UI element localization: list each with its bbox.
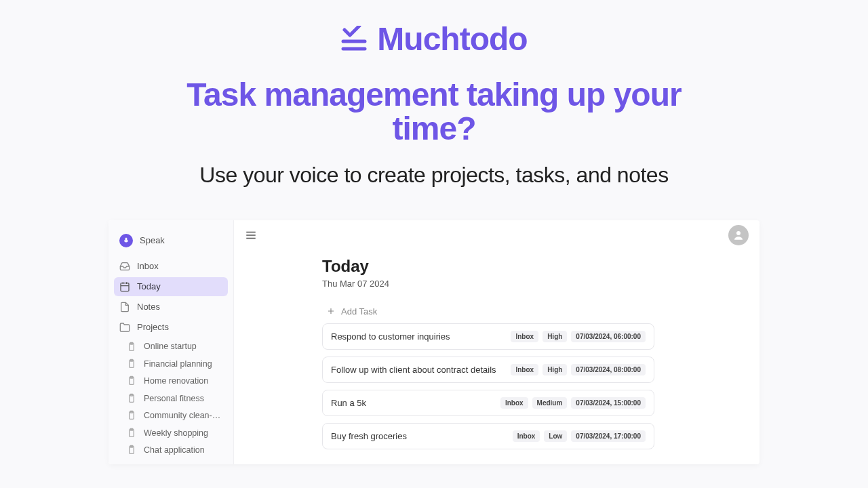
task-title: Follow up with client about contract det… <box>331 365 496 375</box>
task-list-tag: Inbox <box>500 397 528 409</box>
add-task-label: Add Task <box>341 306 377 317</box>
mic-icon <box>119 234 133 247</box>
sidebar-item-today[interactable]: Today <box>114 277 228 296</box>
sidebar: Speak Inbox Today Notes Projects Online … <box>108 220 234 464</box>
hero-headline: Task management taking up your time? <box>186 78 681 146</box>
sidebar-item-label: Projects <box>137 322 169 332</box>
add-task-button[interactable]: Add Task <box>322 306 760 317</box>
inbox-icon <box>119 261 130 272</box>
svg-rect-2 <box>125 238 127 241</box>
project-item[interactable]: Chat application <box>114 441 228 458</box>
task-priority-tag: Medium <box>532 397 568 409</box>
task-row[interactable]: Buy fresh groceries Inbox Low 07/03/2024… <box>322 423 654 449</box>
app-preview: Speak Inbox Today Notes Projects Online … <box>108 220 760 464</box>
page-title: Today <box>322 257 760 276</box>
svg-point-24 <box>736 231 741 235</box>
speak-button[interactable]: Speak <box>114 230 228 251</box>
sidebar-item-label: Notes <box>137 302 160 312</box>
task-title: Buy fresh groceries <box>331 431 407 441</box>
project-item[interactable]: Personal fitness <box>114 390 228 407</box>
clipboard-icon <box>126 445 137 455</box>
speak-label: Speak <box>140 235 165 245</box>
clipboard-icon <box>126 393 137 404</box>
project-item[interactable]: Community clean-up ini... <box>114 407 228 424</box>
task-row[interactable]: Respond to customer inquiries Inbox High… <box>322 323 654 350</box>
task-row[interactable]: Follow up with client about contract det… <box>322 357 654 383</box>
clipboard-icon <box>126 342 137 352</box>
project-item[interactable]: Home renovation <box>114 373 228 390</box>
task-priority-tag: High <box>542 364 567 375</box>
sidebar-item-label: Inbox <box>137 261 159 271</box>
task-list-tag: Inbox <box>513 430 540 442</box>
task-due-tag: 07/03/2024, 15:00:00 <box>571 397 646 409</box>
task-list-tag: Inbox <box>511 331 538 342</box>
logo-mark-icon <box>340 26 368 53</box>
svg-rect-3 <box>121 283 129 291</box>
task-title: Respond to customer inquiries <box>331 331 450 342</box>
plus-icon <box>326 306 336 316</box>
clipboard-icon <box>126 410 137 421</box>
sidebar-item-projects[interactable]: Projects <box>114 318 228 337</box>
main-area: Today Thu Mar 07 2024 Add Task Respond t… <box>234 220 760 464</box>
task-due-tag: 07/03/2024, 06:00:00 <box>571 331 646 342</box>
task-due-tag: 07/03/2024, 17:00:00 <box>571 430 646 442</box>
task-priority-tag: High <box>542 331 567 342</box>
project-item[interactable]: Financial planning <box>114 355 228 372</box>
topbar <box>234 220 760 250</box>
clipboard-icon <box>126 428 137 439</box>
task-priority-tag: Low <box>544 430 567 442</box>
project-item[interactable]: Online startup <box>114 338 228 355</box>
clipboard-icon <box>126 359 137 369</box>
menu-icon[interactable] <box>245 229 257 241</box>
note-icon <box>119 302 130 312</box>
sidebar-item-inbox[interactable]: Inbox <box>114 257 228 276</box>
task-due-tag: 07/03/2024, 08:00:00 <box>571 364 646 375</box>
hero-subhead: Use your voice to create projects, tasks… <box>199 163 668 188</box>
page-date: Thu Mar 07 2024 <box>322 279 760 289</box>
task-list-tag: Inbox <box>511 364 538 375</box>
folder-icon <box>119 322 130 333</box>
calendar-icon <box>119 281 130 292</box>
sidebar-item-notes[interactable]: Notes <box>114 298 228 317</box>
project-item[interactable]: Weekly shopping <box>114 424 228 441</box>
task-row[interactable]: Run a 5k Inbox Medium 07/03/2024, 15:00:… <box>322 390 654 416</box>
logo-text: Muchtodo <box>377 20 527 58</box>
clipboard-icon <box>126 375 137 386</box>
avatar[interactable] <box>728 225 749 245</box>
task-list: Respond to customer inquiries Inbox High… <box>322 323 760 449</box>
sidebar-item-label: Today <box>137 281 161 291</box>
app-logo: Muchtodo <box>340 20 527 58</box>
task-title: Run a 5k <box>331 398 366 408</box>
